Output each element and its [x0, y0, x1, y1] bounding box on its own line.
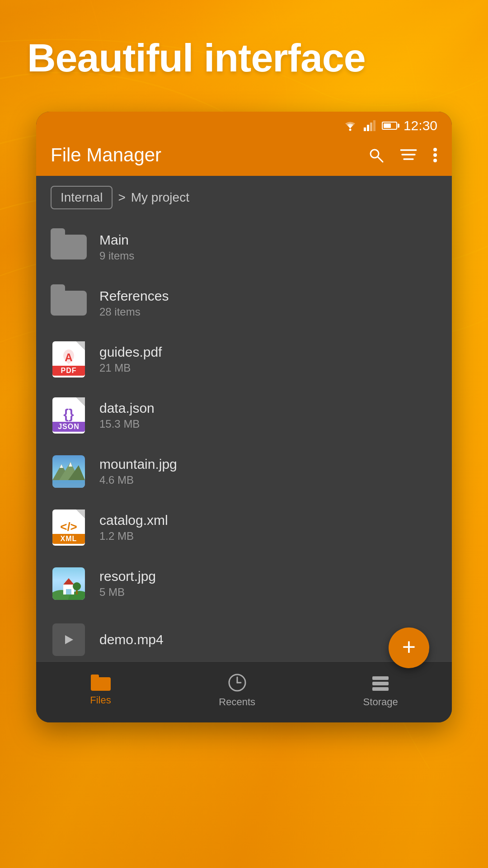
- pdf-file-icon: A PDF: [51, 341, 87, 377]
- breadcrumb-internal[interactable]: Internal: [51, 186, 113, 209]
- bottom-nav: Files Recents: [36, 661, 452, 722]
- file-meta: 5 MB: [99, 586, 437, 599]
- breadcrumb-arrow: >: [118, 190, 125, 205]
- svg-line-7: [378, 157, 383, 162]
- resort-image-thumbnail: [51, 566, 87, 602]
- xml-file-icon: </> XML: [51, 509, 87, 546]
- file-meta: 21 MB: [99, 362, 437, 374]
- svg-point-30: [73, 582, 81, 590]
- svg-rect-28: [66, 589, 71, 594]
- status-icons: 12:30: [343, 118, 437, 133]
- svg-point-13: [433, 159, 437, 162]
- file-name: resort.jpg: [99, 569, 437, 584]
- svg-text:A: A: [65, 351, 72, 363]
- json-file-icon: {} JSON: [51, 397, 87, 434]
- hero-title: Beautiful interface: [0, 0, 488, 98]
- list-item[interactable]: mountain.jpg 4.6 MB: [36, 443, 452, 500]
- svg-rect-5: [373, 120, 375, 131]
- svg-rect-22: [52, 481, 85, 483]
- files-nav-icon: [91, 675, 111, 691]
- svg-rect-3: [367, 125, 369, 131]
- pdf-acrobat-icon: A: [60, 349, 78, 366]
- file-name: demo.mp4: [99, 632, 437, 647]
- list-item[interactable]: A PDF guides.pdf 21 MB: [36, 331, 452, 387]
- sort-icon: [400, 148, 417, 162]
- svg-point-11: [433, 148, 437, 151]
- svg-rect-4: [370, 123, 372, 131]
- battery-icon: [382, 122, 397, 130]
- file-list: Main 9 items References 28 items: [36, 219, 452, 661]
- search-icon: [368, 147, 384, 163]
- file-name: References: [99, 288, 437, 304]
- svg-rect-2: [364, 127, 366, 131]
- video-file-icon: [51, 622, 87, 658]
- file-info: mountain.jpg 4.6 MB: [99, 457, 437, 486]
- file-name: guides.pdf: [99, 344, 437, 360]
- file-name: catalog.xml: [99, 513, 437, 528]
- file-info: demo.mp4: [99, 632, 437, 647]
- list-item[interactable]: References 28 items: [36, 275, 452, 331]
- nav-label-storage: Storage: [363, 696, 398, 708]
- file-info: catalog.xml 1.2 MB: [99, 513, 437, 542]
- file-info: References 28 items: [99, 288, 437, 318]
- file-info: Main 9 items: [99, 232, 437, 262]
- svg-rect-37: [372, 687, 389, 691]
- nav-label-files: Files: [90, 694, 111, 706]
- status-time: 12:30: [404, 118, 437, 133]
- nav-item-storage[interactable]: Storage: [345, 669, 416, 712]
- svg-rect-21: [52, 480, 85, 488]
- svg-point-1: [349, 128, 351, 131]
- play-icon: [61, 632, 76, 647]
- folder-icon: [51, 285, 87, 321]
- list-item[interactable]: </> XML catalog.xml 1.2 MB: [36, 500, 452, 556]
- file-info: data.json 15.3 MB: [99, 401, 437, 430]
- nav-label-recents: Recents: [219, 696, 255, 708]
- list-item[interactable]: {} JSON data.json 15.3 MB: [36, 387, 452, 443]
- list-item[interactable]: resort.jpg 5 MB: [36, 556, 452, 612]
- nav-item-files[interactable]: Files: [72, 671, 129, 710]
- app-bar-title: File Manager: [51, 144, 161, 166]
- app-bar-actions: [368, 147, 437, 163]
- file-name: data.json: [99, 401, 437, 416]
- list-item[interactable]: Main 9 items: [36, 219, 452, 275]
- file-info: resort.jpg 5 MB: [99, 569, 437, 599]
- file-meta: 9 items: [99, 250, 437, 262]
- nav-item-recents[interactable]: Recents: [201, 669, 273, 712]
- add-icon: +: [402, 635, 416, 659]
- file-name: Main: [99, 232, 437, 248]
- svg-marker-31: [65, 635, 73, 644]
- file-info: guides.pdf 21 MB: [99, 344, 437, 374]
- wifi-icon: [343, 120, 357, 131]
- app-bar: File Manager: [36, 137, 452, 176]
- recents-nav-icon: [227, 673, 247, 693]
- status-bar: 12:30: [36, 112, 452, 137]
- file-meta: 1.2 MB: [99, 530, 437, 542]
- svg-point-12: [433, 153, 437, 157]
- search-button[interactable]: [368, 147, 384, 163]
- breadcrumb: Internal > My project: [36, 176, 452, 219]
- file-meta: 4.6 MB: [99, 474, 437, 486]
- more-options-button[interactable]: [433, 147, 437, 163]
- sort-button[interactable]: [400, 148, 417, 162]
- svg-rect-35: [372, 676, 389, 680]
- breadcrumb-current-folder: My project: [131, 190, 189, 205]
- file-meta: 28 items: [99, 306, 437, 318]
- add-fab-button[interactable]: +: [389, 627, 429, 668]
- image-thumbnail: [51, 453, 87, 490]
- storage-nav-icon: [371, 673, 390, 693]
- phone-card: 12:30 File Manager: [36, 112, 452, 722]
- file-meta: 15.3 MB: [99, 418, 437, 430]
- more-options-icon: [433, 147, 437, 163]
- signal-icon: [364, 120, 375, 131]
- svg-rect-36: [372, 682, 389, 685]
- folder-icon: [51, 229, 87, 265]
- file-name: mountain.jpg: [99, 457, 437, 472]
